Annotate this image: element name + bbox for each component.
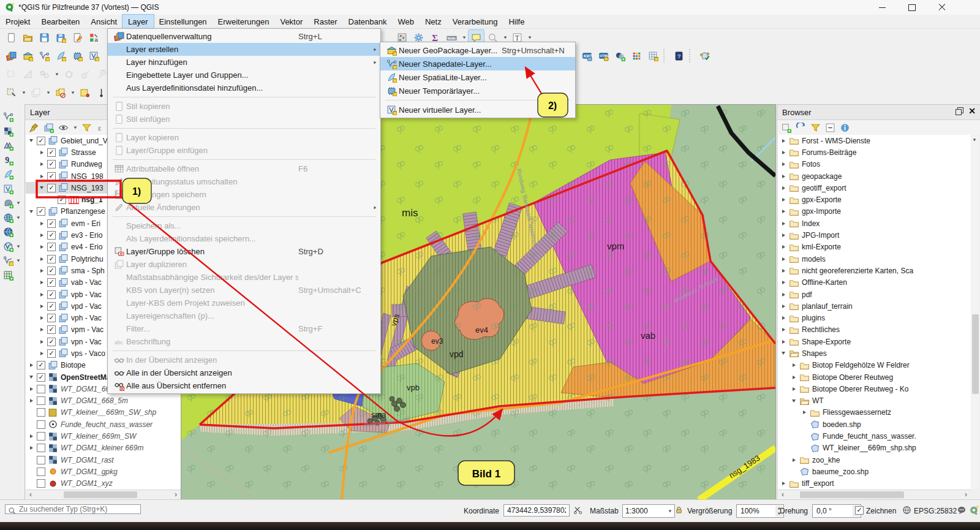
menu-item-beschriftung[interactable]: abcBeschriftung [108,335,380,348]
menu-item-stil-einfügen[interactable]: Stil einfügen [108,113,380,126]
new-geopackage-layer-icon[interactable] [20,48,36,63]
menu-item-eingebettete-layer-und-gruppen[interactable]: Eingebettete Layer und Gruppen... [108,69,380,81]
expander-icon[interactable] [780,316,786,320]
copy-style-icon[interactable] [28,85,43,100]
tree-item-models[interactable]: models [778,253,971,265]
expander-icon[interactable] [39,340,45,344]
properties-info-icon[interactable] [839,121,851,134]
add-virtual-layer-dropdown-icon[interactable] [15,254,21,268]
visibility-checkbox[interactable]: ✓ [47,219,56,228]
tree-item-funde-feucht-nass-wasser[interactable]: Funde_feucht_nass_wasser [26,418,181,430]
menu-item-neuer-temporärlayer[interactable]: Neuer Temporärlayer... [380,84,575,97]
geometry-checker-icon[interactable] [697,48,712,63]
topology-checker-icon[interactable] [612,48,628,63]
visibility-checkbox[interactable] [37,420,45,429]
visibility-checkbox[interactable]: ✓ [47,267,56,275]
tree-item-index[interactable]: Index [778,218,971,229]
expander-icon[interactable] [39,352,45,355]
visibility-checkbox[interactable]: ✓ [58,195,66,204]
menu-item-in-der-übersicht-anzeigen[interactable]: In der Übersicht anzeigen [108,354,380,366]
scroll-left-icon[interactable]: ‹ [778,490,788,499]
expander-icon[interactable] [780,210,786,213]
cad-tools-icon[interactable] [20,67,36,81]
visibility-checkbox[interactable]: ✓ [47,302,56,311]
expander-icon[interactable] [780,305,786,308]
project-save-as-icon[interactable] [53,30,69,45]
style-broom-icon[interactable] [28,121,40,134]
menu-item-speichern-als[interactable]: Speichern als... [108,219,380,232]
visibility-checkbox[interactable]: ✓ [47,325,56,334]
help-contents-icon[interactable]: ? [671,48,687,63]
tree-item-planlauf-terrain[interactable]: planlauf_terrain [778,300,971,312]
visibility-checkbox[interactable]: ✓ [47,255,56,263]
expander-icon[interactable] [801,411,807,414]
tree-item-rechtliches[interactable]: Rechtliches [778,324,971,336]
expander-icon[interactable] [791,399,797,403]
visibility-checkbox[interactable]: ✓ [47,290,56,299]
tree-item-biotope-oberer-reutweg-ko[interactable]: Biotope Oberer Reutweg - Ko [778,383,971,395]
expander-icon[interactable] [780,175,786,178]
expander-icon[interactable] [39,305,45,308]
overlap-tool-icon[interactable] [53,85,68,100]
tree-item-biotope-oberer-reutweg[interactable]: Biotope Oberer Reutweg [778,371,971,383]
layers-hscrollbar[interactable]: ‹ › [26,490,181,499]
select-features-icon[interactable] [4,85,19,100]
expander-icon[interactable] [39,281,45,284]
visibility-checkbox[interactable]: ✓ [47,243,56,251]
visibility-checkbox[interactable] [37,408,45,417]
menu-item-alle-in-der-übersicht-anzeigen[interactable]: Alle in der Übersicht anzeigen [108,366,380,379]
menu-netz[interactable]: Netz [420,15,447,28]
expander-icon[interactable] [39,257,45,261]
move-feature-icon[interactable] [37,67,52,81]
add-spatialite-layer-icon[interactable] [1,167,15,182]
menu-item-layer-gruppe-einfügen[interactable]: Layer/Gruppe einfügen [108,144,380,157]
expander-icon[interactable] [780,293,786,297]
expander-icon[interactable] [28,210,34,213]
add-delimited-text-layer-icon[interactable]: 9, [1,153,15,167]
select-features-dropdown-icon[interactable] [20,85,27,100]
add-selected-layers-icon[interactable] [780,121,793,134]
tree-item-wt-kleiner-669m-sw-shp[interactable]: WT_kleiner__669m_SW_shp [26,407,181,418]
expander-icon[interactable] [28,139,34,142]
messages-icon[interactable] [957,505,967,517]
expander-icon[interactable] [28,399,34,403]
scroll-left-icon[interactable]: ‹ [26,490,36,499]
expander-icon[interactable] [28,434,34,438]
coordinate-input[interactable] [503,504,570,517]
menu-item-layereigenschaften-p[interactable]: Layereigenschaften (p)... [108,309,380,322]
scroll-right-icon[interactable]: › [171,490,181,499]
menu-item-neuer-geopackage-layer[interactable]: Neuer GeoPackage-Layer...Strg+Umschalt+N [380,44,575,57]
filter-legend-icon[interactable] [80,121,93,134]
tree-item-shape-exporte[interactable]: Shape-Exporte [778,336,971,347]
refresh-icon[interactable] [794,121,807,134]
expander-icon[interactable] [780,151,786,154]
menu-item-neuer-shapedatei-layer[interactable]: Neuer Shapedatei-Layer... [380,57,575,70]
menu-item-aus-layerdefinitionsdatei-hinzufügen[interactable]: Aus Layerdefinitionsdatei hinzufügen... [108,81,380,94]
tree-item-forst-wms-dienste[interactable]: Forst - WMS-Dienste [778,135,971,146]
expander-icon[interactable] [39,233,45,237]
expander-icon[interactable] [28,376,34,379]
manage-visibility-icon[interactable] [57,121,70,134]
menu-item-attributtabelle-öffnen[interactable]: Attributtabelle öffnenF6 [108,162,380,175]
menu-item-alle-aus-übersicht-entfernen[interactable]: Alle aus Übersicht entfernen [108,379,380,392]
menu-web[interactable]: Web [392,15,420,28]
expander-icon[interactable] [780,139,786,143]
tree-item-forums-beiträge[interactable]: Forums-Beiträge [778,146,971,158]
project-new-icon[interactable] [4,30,19,45]
expander-icon[interactable] [780,257,786,261]
project-save-icon[interactable] [37,30,52,45]
add-wfs-layer-icon[interactable] [1,239,15,254]
expander-icon[interactable] [780,340,786,344]
expander-icon[interactable] [791,363,797,367]
expander-icon[interactable] [39,328,45,331]
expander-icon[interactable] [39,186,45,189]
new-shapefile-layer-icon[interactable] [37,48,52,63]
overlap-tool-dropdown-icon[interactable] [69,85,76,100]
menu-item-maßstabsabhängige-sichtbarkeit-des-der-layer-setzen[interactable]: Maßstabsabhängige Sichtbarkeit des/der L… [108,271,380,284]
menu-bearbeiten[interactable]: Bearbeiten [36,15,85,28]
scroll-thumb[interactable] [800,491,904,498]
tree-item-tiff-export[interactable]: tiff_export [778,478,971,490]
expander-icon[interactable] [780,482,786,485]
data-source-manager-icon[interactable] [4,48,19,63]
scale-combo[interactable]: 1:3000 [622,504,675,518]
